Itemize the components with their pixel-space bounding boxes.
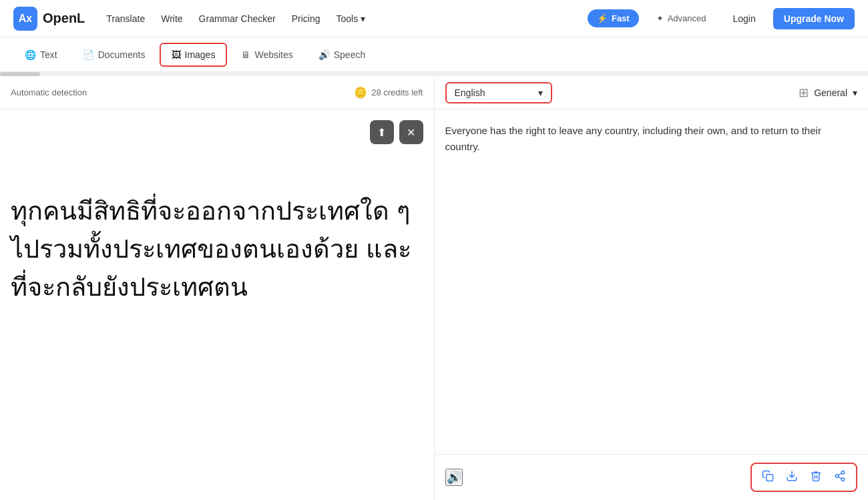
- logo-icon: Ax: [13, 7, 37, 31]
- speaker-icon: 🔊: [447, 471, 461, 484]
- svg-line-6: [838, 473, 841, 475]
- download-button[interactable]: [781, 467, 803, 488]
- chevron-down-icon: ▾: [853, 87, 857, 98]
- auto-detect-label: Automatic detection: [11, 87, 87, 97]
- nav-pricing[interactable]: Pricing: [292, 13, 320, 24]
- left-header: Automatic detection 🪙 28 credits left: [0, 76, 434, 109]
- general-label: General: [814, 87, 847, 98]
- close-icon: ✕: [407, 126, 415, 139]
- trash-icon: [810, 470, 822, 485]
- nav: Translate Write Grammar Checker Pricing …: [106, 13, 566, 24]
- image-area: ⬆ ✕ ทุกคนมีสิทธิที่จะออกจากประเทศใด ๆ ไป…: [0, 109, 434, 500]
- text-icon: 🌐: [25, 49, 36, 60]
- share-button[interactable]: [829, 467, 851, 488]
- copy-icon: [762, 470, 774, 485]
- close-button[interactable]: ✕: [399, 120, 423, 144]
- chevron-down-icon: ▾: [538, 87, 543, 98]
- right-header: English ▾ ⊞ General ▾: [435, 76, 869, 109]
- settings-icon: ✦: [656, 13, 664, 23]
- tab-text[interactable]: 🌐 Text: [13, 43, 69, 66]
- advanced-button[interactable]: ✦ Advanced: [647, 9, 716, 27]
- upload-controls: ⬆ ✕: [11, 120, 423, 144]
- translated-text: Everyone has the right to leave any coun…: [445, 123, 858, 155]
- lightning-icon: ⚡: [597, 13, 608, 23]
- grid-icon: ⊞: [799, 85, 809, 100]
- svg-rect-0: [767, 475, 773, 481]
- image-icon: 🖼: [172, 49, 181, 60]
- header-right: ⚡ Fast ✦ Advanced Login Upgrade Now: [588, 8, 855, 29]
- share-icon: [834, 470, 846, 485]
- tabs-bar: 🌐 Text 📄 Documents 🖼 Images 🖥 Websites 🔊…: [0, 37, 868, 72]
- general-selector[interactable]: ⊞ General ▾: [799, 85, 857, 100]
- speech-icon: 🔊: [318, 49, 330, 60]
- nav-write[interactable]: Write: [161, 13, 182, 24]
- right-panel: English ▾ ⊞ General ▾ Everyone has the r…: [435, 76, 869, 500]
- tab-documents[interactable]: 📄 Documents: [71, 43, 157, 66]
- websites-icon: 🖥: [241, 49, 250, 60]
- language-selector[interactable]: English ▾: [445, 82, 552, 103]
- fast-button[interactable]: ⚡ Fast: [588, 9, 639, 27]
- nav-grammar-checker[interactable]: Grammar Checker: [199, 13, 276, 24]
- action-buttons: [750, 463, 857, 492]
- tab-images[interactable]: 🖼 Images: [160, 43, 228, 67]
- speaker-button[interactable]: 🔊: [445, 469, 463, 486]
- coin-icon: 🪙: [354, 86, 367, 99]
- main-content: Automatic detection 🪙 28 credits left ⬆ …: [0, 76, 868, 500]
- tab-speech[interactable]: 🔊 Speech: [307, 43, 377, 66]
- credits-display: 🪙 28 credits left: [354, 86, 423, 99]
- tab-websites[interactable]: 🖥 Websites: [230, 43, 304, 66]
- download-icon: [786, 470, 798, 485]
- svg-line-5: [838, 477, 841, 479]
- right-footer: 🔊: [435, 454, 869, 500]
- nav-tools[interactable]: Tools ▾: [337, 13, 366, 24]
- credits-label: 28 credits left: [371, 87, 423, 97]
- login-button[interactable]: Login: [724, 9, 765, 28]
- chevron-down-icon: ▾: [361, 13, 365, 24]
- document-icon: 📄: [83, 49, 94, 60]
- upload-icon: ⬆: [377, 126, 386, 139]
- delete-button[interactable]: [805, 467, 827, 488]
- source-text: ทุกคนมีสิทธิที่จะออกจากประเทศใด ๆ ไปรวมท…: [11, 192, 423, 306]
- upgrade-button[interactable]: Upgrade Now: [773, 8, 855, 29]
- logo-text: OpenL: [43, 11, 85, 26]
- left-panel: Automatic detection 🪙 28 credits left ⬆ …: [0, 76, 435, 500]
- logo[interactable]: Ax OpenL: [13, 7, 85, 31]
- header: Ax OpenL Translate Write Grammar Checker…: [0, 0, 868, 37]
- copy-button[interactable]: [757, 467, 779, 488]
- nav-translate[interactable]: Translate: [106, 13, 145, 24]
- translation-area: Everyone has the right to leave any coun…: [435, 109, 869, 454]
- upload-button[interactable]: ⬆: [370, 120, 394, 144]
- lang-label: English: [455, 87, 485, 98]
